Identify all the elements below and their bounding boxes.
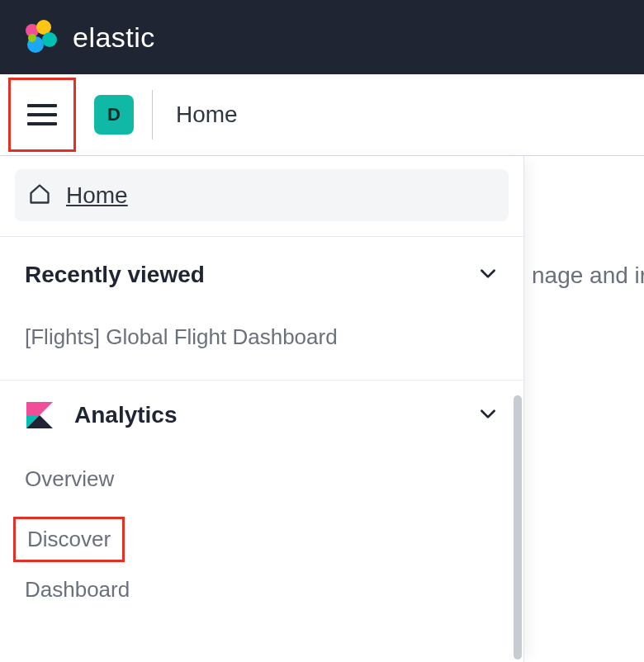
recently-viewed-toggle[interactable]: Recently viewed [25,262,499,288]
home-icon [28,182,51,209]
recently-viewed-title: Recently viewed [25,262,205,288]
recent-item-flights-dashboard[interactable]: [Flights] Global Flight Dashboard [25,324,499,350]
background-text-fragment: nage and ir [532,262,644,289]
breadcrumb-home[interactable]: Home [176,102,238,128]
scrollbar-thumb[interactable] [514,395,522,660]
space-avatar[interactable]: D [94,95,134,135]
kibana-icon [25,400,54,430]
recently-viewed-section: Recently viewed [Flights] Global Flight … [0,236,523,380]
hamburger-menu-button[interactable] [8,78,76,152]
nav-home-row[interactable]: Home [15,169,509,221]
elastic-logo-icon [23,20,58,54]
nav-item-dashboard[interactable]: Dashboard [25,577,130,603]
chevron-down-icon [477,403,499,428]
side-navigation-drawer: Home Recently viewed [Flights] Global Fl… [0,156,524,662]
global-topbar: elastic [0,0,644,74]
nav-item-discover[interactable]: Discover [13,517,125,562]
svg-point-2 [42,32,57,47]
vertical-separator [152,90,153,139]
header-bar: D Home [0,74,644,156]
brand-name: elastic [73,21,155,54]
analytics-title: Analytics [74,402,178,428]
nav-item-overview[interactable]: Overview [25,466,114,492]
analytics-section: Analytics Overview Discover Dashboard [0,380,523,627]
chevron-down-icon [477,262,499,287]
nav-home-label: Home [66,182,128,209]
hamburger-icon [27,104,57,125]
svg-point-4 [28,34,36,42]
analytics-toggle[interactable]: Analytics [25,400,499,430]
